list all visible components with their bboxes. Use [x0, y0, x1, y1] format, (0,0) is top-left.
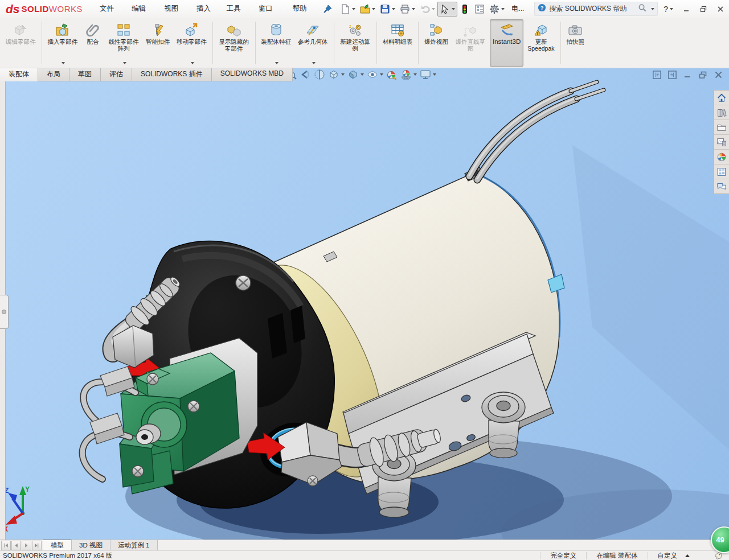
chevron-down-icon	[189, 60, 194, 65]
task-pane-tabs	[714, 90, 729, 194]
new-document-button[interactable]	[338, 2, 358, 17]
ribbon-insert-component[interactable]: 插入零部件	[45, 19, 81, 67]
brand-light: WORKS	[49, 4, 83, 14]
undo-button[interactable]	[417, 2, 437, 17]
custom-properties-tab[interactable]	[714, 164, 729, 179]
print-button[interactable]	[398, 2, 417, 17]
menu-item-0[interactable]: 文件(F)	[94, 0, 126, 18]
file-explorer-tab[interactable]	[714, 120, 729, 135]
window-maximize-button[interactable]	[695, 0, 712, 18]
forum-tab[interactable]	[714, 179, 729, 193]
command-manager-tabs: 装配体布局草图评估SOLIDWORKS 插件SOLIDWORKS MBD	[0, 67, 293, 81]
command-tab-5[interactable]: SOLIDWORKS MBD	[212, 67, 293, 81]
display-style-icon	[347, 69, 359, 80]
move-component-icon	[184, 22, 199, 38]
collapse-right-panel-button[interactable]	[667, 70, 677, 80]
nav-next-button[interactable]	[22, 541, 31, 550]
doc-minimize-button[interactable]	[683, 70, 693, 80]
ribbon-button-label: 装配体特征	[261, 38, 292, 45]
ribbon-assembly-features[interactable]: 装配体特征	[259, 19, 294, 67]
ribbon-button-label: 参考几何体	[298, 38, 328, 45]
ribbon-linear-pattern[interactable]: 线性零部件阵列	[105, 19, 142, 67]
ribbon-snapshot[interactable]: 拍快照	[564, 19, 588, 67]
search-input[interactable]: ? 搜索 SOLIDWORKS 帮助	[534, 2, 658, 16]
view-palette-tab[interactable]	[714, 135, 729, 150]
design-library-tab[interactable]	[714, 105, 729, 120]
edit-appearance-button[interactable]	[385, 68, 399, 81]
chevron-down-icon[interactable]	[651, 8, 654, 10]
chevron-down-icon	[275, 62, 279, 64]
feature-tree-collapsed-tab[interactable]	[0, 295, 9, 329]
ribbon-move-component[interactable]: 移动零部件	[174, 19, 210, 67]
collapse-left-panel-button[interactable]	[652, 70, 662, 80]
pin-toolbar[interactable]	[323, 5, 332, 14]
ribbon-edit-component[interactable]: 编辑零部件	[3, 19, 39, 67]
ribbon-button-label: 插入零部件	[48, 38, 78, 45]
rebuild-icon	[460, 4, 470, 14]
explode-line-icon	[463, 22, 478, 38]
menu-item-2[interactable]: 视图(V)	[158, 0, 191, 18]
window-minimize-button[interactable]	[678, 0, 695, 18]
status-item-1: 在编辑 装配体	[586, 552, 647, 559]
menu-item-6[interactable]: 帮助(H)	[287, 0, 320, 18]
brand-bold: SOLID	[22, 4, 49, 14]
command-tab-0[interactable]: 装配体	[0, 67, 38, 81]
display-style-button[interactable]	[346, 68, 365, 81]
sheet-tab-1[interactable]: 3D 视图	[72, 540, 110, 551]
quickbar-label-9[interactable]: 电...	[507, 2, 529, 17]
ribbon-group-separator	[42, 22, 42, 64]
chevron-down-icon	[191, 62, 194, 64]
ribbon-instant3d[interactable]: Instant3D	[490, 19, 523, 67]
view-orientation-button[interactable]	[327, 68, 346, 81]
doc-close-button[interactable]	[714, 70, 723, 80]
status-item-2[interactable]: 自定义	[648, 552, 700, 559]
menu-item-5[interactable]: 窗口(W)	[253, 0, 287, 18]
chevron-down-icon	[60, 60, 65, 65]
ribbon-speedpak[interactable]: 更新 Speedpak	[525, 19, 557, 67]
settings-gear-button[interactable]	[487, 2, 507, 17]
hide-show-button[interactable]	[366, 68, 384, 81]
ribbon-reference-geometry[interactable]: 参考几何体	[295, 19, 331, 67]
rebuild-button[interactable]	[457, 2, 472, 17]
help-button[interactable]: ?	[664, 5, 673, 14]
save-button[interactable]	[378, 2, 398, 17]
menu-item-3[interactable]: 插入(I)	[191, 0, 221, 18]
doc-restore-button[interactable]	[698, 70, 708, 80]
ribbon-show-hidden[interactable]: 显示隐藏的零部件	[216, 19, 252, 67]
command-tab-3[interactable]: 评估	[101, 67, 132, 81]
window-close-button[interactable]	[712, 0, 729, 18]
previous-view-button[interactable]	[298, 68, 312, 81]
appearances-tab[interactable]	[714, 150, 729, 164]
command-tab-2[interactable]: 草图	[69, 67, 101, 81]
menu-item-4[interactable]: 工具(T)	[221, 0, 253, 18]
new-document-icon	[340, 4, 350, 14]
apply-scene-button[interactable]	[399, 68, 418, 81]
section-view-button[interactable]	[313, 68, 326, 81]
chevron-down-icon	[62, 62, 65, 64]
doc-minimize-icon	[683, 70, 693, 80]
view-settings-button[interactable]	[419, 68, 437, 81]
ribbon-explode-line[interactable]: 爆炸直线草图	[452, 19, 489, 67]
ribbon-exploded-view[interactable]: 爆炸视图	[421, 19, 451, 67]
open-button[interactable]	[358, 2, 378, 17]
ribbon-mate[interactable]: 配合	[81, 19, 104, 67]
command-tab-1[interactable]: 布局	[38, 67, 69, 81]
ribbon-bom[interactable]: 材料明细表	[380, 19, 416, 67]
nav-prev-button[interactable]	[11, 541, 21, 550]
magnifier-icon[interactable]	[638, 3, 646, 14]
nav-first-button[interactable]	[1, 541, 11, 550]
menu-item-1[interactable]: 编辑(E)	[126, 0, 158, 18]
ribbon-smart-fasteners[interactable]: 智能扣件	[143, 19, 173, 67]
sheet-tab-2[interactable]: 运动算例 1	[110, 540, 158, 551]
window-minimize-icon	[683, 6, 690, 13]
ribbon-motion-study[interactable]: 新建运动算例	[337, 19, 374, 67]
select-arrow-button[interactable]	[437, 2, 457, 17]
graphics-area[interactable]: Y Z X	[0, 67, 729, 540]
sheet-tab-0[interactable]: 模型	[43, 540, 72, 551]
options-list-button[interactable]	[472, 2, 487, 17]
status-item-label: 自定义	[658, 551, 678, 560]
home-tab[interactable]	[714, 90, 729, 105]
screw	[236, 275, 251, 290]
command-tab-4[interactable]: SOLIDWORKS 插件	[132, 67, 212, 81]
nav-last-button[interactable]	[32, 541, 42, 550]
